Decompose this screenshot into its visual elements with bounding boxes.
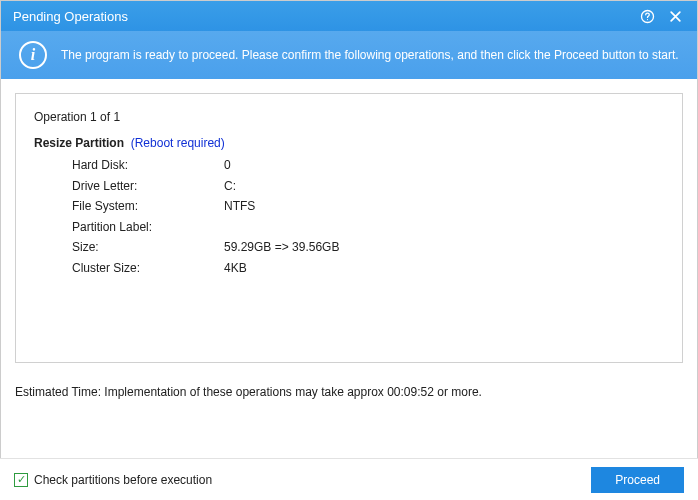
- estimated-time: Estimated Time: Implementation of these …: [15, 385, 683, 399]
- proceed-button[interactable]: Proceed: [591, 467, 684, 493]
- operation-note: (Reboot required): [131, 136, 225, 150]
- operation-properties: Hard Disk: 0 Drive Letter: C: File Syste…: [70, 154, 341, 280]
- checkmark-icon: ✓: [14, 473, 28, 487]
- prop-value: 4KB: [224, 259, 339, 278]
- checkbox-label: Check partitions before execution: [34, 473, 212, 487]
- table-row: Hard Disk: 0: [72, 156, 339, 175]
- prop-label: Drive Letter:: [72, 177, 222, 196]
- titlebar: Pending Operations: [1, 1, 697, 31]
- close-icon[interactable]: [661, 2, 689, 30]
- svg-point-1: [646, 19, 647, 20]
- footer-bar: ✓ Check partitions before execution Proc…: [0, 458, 698, 500]
- content-area: Operation 1 of 1 Resize Partition (Reboo…: [1, 79, 697, 409]
- table-row: File System: NTFS: [72, 197, 339, 216]
- operation-name: Resize Partition: [34, 136, 124, 150]
- prop-value: C:: [224, 177, 339, 196]
- prop-value: [224, 218, 339, 237]
- table-row: Cluster Size: 4KB: [72, 259, 339, 278]
- operation-details-box: Operation 1 of 1 Resize Partition (Reboo…: [15, 93, 683, 363]
- help-icon[interactable]: [633, 2, 661, 30]
- prop-label: Partition Label:: [72, 218, 222, 237]
- prop-value: NTFS: [224, 197, 339, 216]
- operation-counter: Operation 1 of 1: [34, 110, 664, 124]
- prop-label: File System:: [72, 197, 222, 216]
- info-message: The program is ready to proceed. Please …: [61, 48, 679, 62]
- operation-title-row: Resize Partition (Reboot required): [34, 136, 664, 150]
- table-row: Drive Letter: C:: [72, 177, 339, 196]
- info-icon: i: [19, 41, 47, 69]
- window-title: Pending Operations: [13, 9, 633, 24]
- prop-value: 0: [224, 156, 339, 175]
- info-banner: i The program is ready to proceed. Pleas…: [1, 31, 697, 79]
- table-row: Size: 59.29GB => 39.56GB: [72, 238, 339, 257]
- prop-value: 59.29GB => 39.56GB: [224, 238, 339, 257]
- table-row: Partition Label:: [72, 218, 339, 237]
- prop-label: Size:: [72, 238, 222, 257]
- prop-label: Hard Disk:: [72, 156, 222, 175]
- prop-label: Cluster Size:: [72, 259, 222, 278]
- check-partitions-checkbox[interactable]: ✓ Check partitions before execution: [14, 473, 212, 487]
